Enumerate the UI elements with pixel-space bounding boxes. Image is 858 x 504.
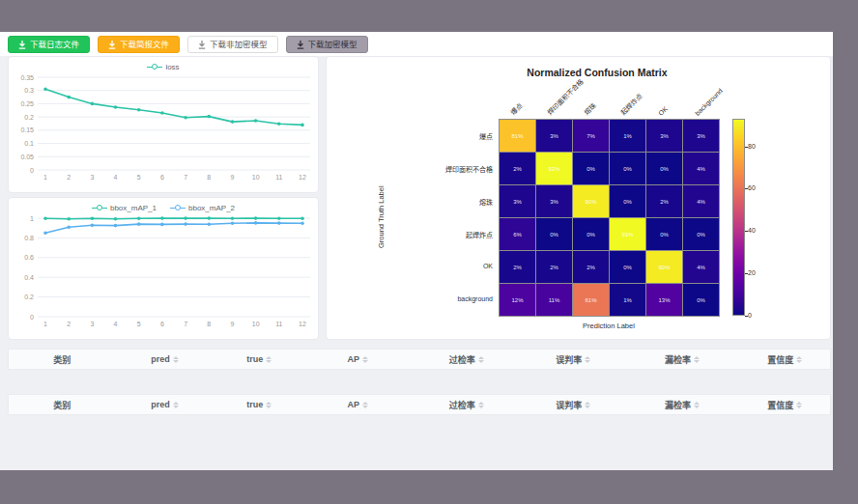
column-header-label: pred: [151, 354, 170, 364]
column-header-label: 误判率: [556, 353, 582, 366]
sort-icon[interactable]: [266, 356, 272, 363]
column-header-误判率[interactable]: 误判率: [522, 395, 624, 414]
svg-text:2: 2: [67, 174, 71, 181]
svg-text:1: 1: [43, 174, 47, 181]
matrix-cell: 2%: [536, 251, 573, 284]
matrix-grid: 81%3%7%1%3%3%2%93%0%0%0%4%3%3%90%0%2%4%6…: [499, 119, 720, 317]
matrix-col-label: 起焊炸点: [618, 91, 644, 117]
matrix-cell: 7%: [573, 120, 610, 153]
matrix-cell: 2%: [646, 185, 683, 218]
sort-icon[interactable]: [266, 402, 272, 408]
column-header-label: 类别: [53, 399, 71, 411]
column-header-漏检率[interactable]: 漏检率: [625, 350, 740, 369]
sort-icon[interactable]: [478, 356, 484, 363]
svg-text:11: 11: [275, 174, 282, 181]
column-header-pred[interactable]: pred: [116, 350, 214, 369]
svg-text:0.6: 0.6: [24, 254, 34, 261]
column-header-置信度[interactable]: 置信度: [740, 350, 831, 369]
svg-text:5: 5: [137, 321, 141, 327]
map-chart-card: bbox_mAP_1bbox_mAP_2 00.20.40.60.8112345…: [8, 197, 319, 340]
sort-icon[interactable]: [694, 402, 700, 408]
svg-text:7: 7: [184, 321, 187, 327]
column-header-pred[interactable]: pred: [116, 395, 214, 414]
svg-text:0: 0: [30, 167, 34, 174]
column-header-置信度[interactable]: 置信度: [740, 395, 831, 414]
svg-text:0.25: 0.25: [20, 100, 34, 107]
column-header-true[interactable]: true: [214, 395, 305, 414]
legend-item-loss[interactable]: loss: [147, 63, 179, 71]
svg-text:0.1: 0.1: [24, 140, 34, 147]
matrix-row-label: 爆点: [385, 131, 493, 141]
matrix-cell: 3%: [536, 120, 573, 153]
legend-label: bbox_mAP_2: [188, 204, 235, 212]
map-chart-legend: bbox_mAP_1bbox_mAP_2: [9, 198, 318, 212]
download-button-3[interactable]: 下载加密模型: [286, 36, 368, 53]
sort-icon[interactable]: [585, 356, 590, 363]
column-header-label: 类别: [53, 353, 71, 366]
confusion-matrix-figure: Normalized Confusion Matrix Ground Truth…: [327, 57, 832, 341]
matrix-col-label: 爆点: [508, 100, 525, 117]
colorbar-tick-label: 0: [748, 312, 752, 319]
sort-icon[interactable]: [173, 402, 179, 408]
matrix-col-label: OK: [657, 105, 669, 117]
column-header-label: 过检率: [449, 399, 475, 411]
matrix-cell: 3%: [646, 120, 683, 153]
matrix-cell: 0%: [536, 218, 573, 251]
svg-text:9: 9: [231, 321, 235, 327]
colorbar-tick-label: 20: [748, 269, 756, 276]
sort-icon[interactable]: [585, 402, 590, 408]
matrix-cell: 3%: [500, 185, 536, 218]
svg-text:1: 1: [43, 321, 47, 327]
matrix-cell: 1%: [610, 120, 646, 153]
sort-icon[interactable]: [694, 356, 700, 363]
column-header-漏检率[interactable]: 漏检率: [625, 395, 740, 414]
column-header-误判率[interactable]: 误判率: [522, 350, 624, 369]
download-button-2[interactable]: 下载非加密模型: [187, 36, 278, 53]
svg-text:10: 10: [252, 321, 260, 327]
sort-icon[interactable]: [796, 356, 802, 363]
sort-icon[interactable]: [478, 402, 484, 408]
svg-text:0.2: 0.2: [24, 294, 34, 300]
download-icon: [198, 41, 206, 49]
svg-text:8: 8: [207, 321, 211, 327]
matrix-cell: 90%: [646, 251, 683, 284]
svg-text:9: 9: [231, 174, 235, 181]
matrix-cell: 4%: [683, 153, 720, 185]
matrix-cell: 0%: [573, 153, 610, 185]
matrix-colorbar-ticks: 020406080: [732, 119, 771, 316]
download-button-1[interactable]: 下载简报文件: [98, 36, 180, 53]
svg-text:4: 4: [114, 321, 118, 327]
svg-map-svg: 00.20.40.60.81123456789101112: [9, 212, 318, 332]
sort-icon[interactable]: [173, 356, 179, 363]
matrix-cell: 81%: [500, 120, 536, 153]
matrix-column-labels: 爆点焊印面积不合格熔珠起焊炸点OKbackground: [499, 72, 719, 117]
column-header-true[interactable]: true: [214, 350, 305, 369]
svg-text:4: 4: [114, 174, 118, 181]
matrix-cell: 90%: [573, 185, 610, 218]
column-header-AP[interactable]: AP: [304, 350, 412, 369]
svg-text:1: 1: [30, 215, 34, 222]
confusion-matrix-card: Normalized Confusion Matrix Ground Truth…: [326, 56, 831, 340]
column-header-AP[interactable]: AP: [304, 395, 412, 414]
matrix-row-label: background: [385, 295, 493, 302]
column-header-过检率[interactable]: 过检率: [412, 395, 523, 414]
svg-text:6: 6: [160, 321, 164, 327]
sort-icon[interactable]: [796, 402, 802, 408]
column-header-过检率[interactable]: 过检率: [412, 350, 523, 369]
download-button-label: 下载加密模型: [308, 37, 358, 52]
svg-text:0: 0: [30, 314, 34, 321]
sort-icon[interactable]: [362, 356, 368, 363]
svg-text:5: 5: [137, 174, 141, 181]
sort-icon[interactable]: [362, 402, 368, 408]
download-button-label: 下载日志文件: [30, 37, 79, 52]
colorbar-tick-label: 40: [748, 227, 756, 234]
download-button-0[interactable]: 下载日志文件: [8, 36, 90, 53]
svg-text:0.8: 0.8: [24, 235, 34, 241]
legend-item-bbox_mAP_1[interactable]: bbox_mAP_1: [92, 204, 157, 212]
matrix-row-label: 起焊炸点: [385, 230, 493, 239]
matrix-cell: 3%: [536, 185, 573, 218]
column-header-label: 置信度: [767, 353, 793, 366]
legend-item-bbox_mAP_2[interactable]: bbox_mAP_2: [170, 204, 235, 212]
column-header-label: 漏检率: [665, 353, 691, 366]
matrix-col-label: 熔珠: [582, 100, 598, 117]
